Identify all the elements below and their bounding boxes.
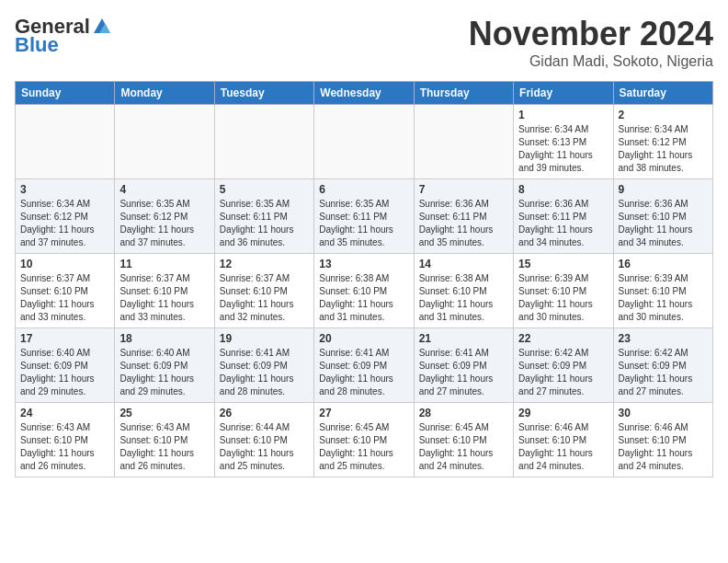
- calendar-week-5: 24Sunrise: 6:43 AM Sunset: 6:10 PM Dayli…: [16, 403, 713, 477]
- calendar-cell: 24Sunrise: 6:43 AM Sunset: 6:10 PM Dayli…: [16, 403, 115, 477]
- calendar-cell: 16Sunrise: 6:39 AM Sunset: 6:10 PM Dayli…: [613, 254, 712, 328]
- day-info: Sunrise: 6:42 AM Sunset: 6:09 PM Dayligh…: [518, 347, 608, 398]
- day-info: Sunrise: 6:34 AM Sunset: 6:12 PM Dayligh…: [20, 198, 109, 249]
- day-info: Sunrise: 6:37 AM Sunset: 6:10 PM Dayligh…: [119, 272, 209, 324]
- day-info: Sunrise: 6:37 AM Sunset: 6:10 PM Dayligh…: [220, 272, 309, 324]
- day-number: 16: [619, 258, 708, 270]
- calendar-cell: 5Sunrise: 6:35 AM Sunset: 6:11 PM Daylig…: [214, 179, 313, 254]
- calendar-cell: 4Sunrise: 6:35 AM Sunset: 6:12 PM Daylig…: [115, 179, 214, 254]
- logo-icon: [92, 17, 112, 37]
- calendar-week-2: 3Sunrise: 6:34 AM Sunset: 6:12 PM Daylig…: [16, 179, 713, 254]
- calendar-week-3: 10Sunrise: 6:37 AM Sunset: 6:10 PM Dayli…: [16, 254, 713, 328]
- day-info: Sunrise: 6:46 AM Sunset: 6:10 PM Dayligh…: [619, 421, 708, 473]
- day-header-friday: Friday: [514, 82, 613, 105]
- day-info: Sunrise: 6:40 AM Sunset: 6:09 PM Dayligh…: [119, 347, 209, 398]
- day-info: Sunrise: 6:41 AM Sunset: 6:09 PM Dayligh…: [220, 347, 309, 398]
- calendar-header-row: SundayMondayTuesdayWednesdayThursdayFrid…: [16, 82, 713, 105]
- logo: General Blue: [15, 15, 112, 57]
- day-number: 28: [419, 407, 508, 419]
- calendar-cell: [314, 105, 414, 179]
- day-header-thursday: Thursday: [414, 82, 513, 105]
- day-number: 18: [119, 332, 209, 345]
- day-number: 23: [619, 332, 708, 345]
- calendar-cell: 30Sunrise: 6:46 AM Sunset: 6:10 PM Dayli…: [613, 403, 712, 477]
- calendar-cell: 19Sunrise: 6:41 AM Sunset: 6:09 PM Dayli…: [214, 328, 313, 403]
- day-info: Sunrise: 6:35 AM Sunset: 6:11 PM Dayligh…: [319, 198, 408, 249]
- day-number: 14: [419, 258, 508, 270]
- day-number: 4: [119, 183, 209, 196]
- day-number: 5: [220, 183, 309, 196]
- calendar-cell: 1Sunrise: 6:34 AM Sunset: 6:13 PM Daylig…: [514, 105, 613, 179]
- day-number: 15: [518, 258, 608, 270]
- title-area: November 2024 Gidan Madi, Sokoto, Nigeri…: [469, 15, 713, 70]
- day-number: 20: [319, 332, 408, 345]
- calendar-cell: 23Sunrise: 6:42 AM Sunset: 6:09 PM Dayli…: [613, 328, 712, 403]
- day-number: 11: [119, 258, 209, 270]
- calendar-cell: 8Sunrise: 6:36 AM Sunset: 6:11 PM Daylig…: [514, 179, 613, 254]
- day-info: Sunrise: 6:42 AM Sunset: 6:09 PM Dayligh…: [619, 347, 708, 398]
- day-number: 2: [619, 109, 708, 121]
- month-title: November 2024: [469, 15, 713, 53]
- day-number: 30: [619, 407, 708, 419]
- calendar-cell: 21Sunrise: 6:41 AM Sunset: 6:09 PM Dayli…: [414, 328, 513, 403]
- day-info: Sunrise: 6:34 AM Sunset: 6:13 PM Dayligh…: [518, 123, 608, 175]
- day-info: Sunrise: 6:44 AM Sunset: 6:10 PM Dayligh…: [220, 421, 309, 473]
- calendar-cell: 12Sunrise: 6:37 AM Sunset: 6:10 PM Dayli…: [214, 254, 313, 328]
- day-number: 21: [419, 332, 508, 345]
- day-info: Sunrise: 6:36 AM Sunset: 6:11 PM Dayligh…: [419, 198, 508, 249]
- calendar-week-4: 17Sunrise: 6:40 AM Sunset: 6:09 PM Dayli…: [16, 328, 713, 403]
- day-number: 3: [20, 183, 109, 196]
- day-info: Sunrise: 6:37 AM Sunset: 6:10 PM Dayligh…: [20, 272, 109, 324]
- calendar-cell: 14Sunrise: 6:38 AM Sunset: 6:10 PM Dayli…: [414, 254, 513, 328]
- day-number: 29: [518, 407, 608, 419]
- calendar-cell: 9Sunrise: 6:36 AM Sunset: 6:10 PM Daylig…: [613, 179, 712, 254]
- day-number: 19: [220, 332, 309, 345]
- day-info: Sunrise: 6:40 AM Sunset: 6:09 PM Dayligh…: [20, 347, 109, 398]
- calendar-cell: 13Sunrise: 6:38 AM Sunset: 6:10 PM Dayli…: [314, 254, 414, 328]
- day-number: 8: [518, 183, 608, 196]
- day-number: 13: [319, 258, 408, 270]
- day-header-tuesday: Tuesday: [214, 82, 313, 105]
- calendar-cell: [115, 105, 214, 179]
- day-number: 6: [319, 183, 408, 196]
- calendar-cell: 7Sunrise: 6:36 AM Sunset: 6:11 PM Daylig…: [414, 179, 513, 254]
- calendar-week-1: 1Sunrise: 6:34 AM Sunset: 6:13 PM Daylig…: [16, 105, 713, 179]
- day-number: 7: [419, 183, 508, 196]
- day-number: 17: [20, 332, 109, 345]
- day-info: Sunrise: 6:36 AM Sunset: 6:11 PM Dayligh…: [518, 198, 608, 249]
- day-number: 27: [319, 407, 408, 419]
- day-info: Sunrise: 6:35 AM Sunset: 6:11 PM Dayligh…: [220, 198, 309, 249]
- day-number: 1: [518, 109, 608, 121]
- day-header-sunday: Sunday: [16, 82, 115, 105]
- calendar-cell: 29Sunrise: 6:46 AM Sunset: 6:10 PM Dayli…: [514, 403, 613, 477]
- day-header-wednesday: Wednesday: [314, 82, 414, 105]
- day-number: 12: [220, 258, 309, 270]
- calendar-cell: [16, 105, 115, 179]
- day-info: Sunrise: 6:46 AM Sunset: 6:10 PM Dayligh…: [518, 421, 608, 473]
- day-header-saturday: Saturday: [613, 82, 712, 105]
- day-info: Sunrise: 6:41 AM Sunset: 6:09 PM Dayligh…: [319, 347, 408, 398]
- calendar-cell: 10Sunrise: 6:37 AM Sunset: 6:10 PM Dayli…: [16, 254, 115, 328]
- location-subtitle: Gidan Madi, Sokoto, Nigeria: [469, 53, 713, 70]
- day-info: Sunrise: 6:43 AM Sunset: 6:10 PM Dayligh…: [119, 421, 209, 473]
- day-info: Sunrise: 6:43 AM Sunset: 6:10 PM Dayligh…: [20, 421, 109, 473]
- day-info: Sunrise: 6:45 AM Sunset: 6:10 PM Dayligh…: [419, 421, 508, 473]
- calendar-cell: 17Sunrise: 6:40 AM Sunset: 6:09 PM Dayli…: [16, 328, 115, 403]
- page-header: General Blue November 2024 Gidan Madi, S…: [15, 15, 713, 70]
- day-info: Sunrise: 6:38 AM Sunset: 6:10 PM Dayligh…: [419, 272, 508, 324]
- calendar-cell: 27Sunrise: 6:45 AM Sunset: 6:10 PM Dayli…: [314, 403, 414, 477]
- calendar-cell: 6Sunrise: 6:35 AM Sunset: 6:11 PM Daylig…: [314, 179, 414, 254]
- calendar-cell: 18Sunrise: 6:40 AM Sunset: 6:09 PM Dayli…: [115, 328, 214, 403]
- day-number: 9: [619, 183, 708, 196]
- day-number: 10: [20, 258, 109, 270]
- day-info: Sunrise: 6:39 AM Sunset: 6:10 PM Dayligh…: [619, 272, 708, 324]
- calendar-cell: [414, 105, 513, 179]
- calendar-cell: 22Sunrise: 6:42 AM Sunset: 6:09 PM Dayli…: [514, 328, 613, 403]
- calendar-table: SundayMondayTuesdayWednesdayThursdayFrid…: [15, 81, 713, 477]
- day-info: Sunrise: 6:41 AM Sunset: 6:09 PM Dayligh…: [419, 347, 508, 398]
- day-number: 26: [220, 407, 309, 419]
- day-number: 25: [119, 407, 209, 419]
- day-header-monday: Monday: [115, 82, 214, 105]
- calendar-cell: 25Sunrise: 6:43 AM Sunset: 6:10 PM Dayli…: [115, 403, 214, 477]
- calendar-cell: 2Sunrise: 6:34 AM Sunset: 6:12 PM Daylig…: [613, 105, 712, 179]
